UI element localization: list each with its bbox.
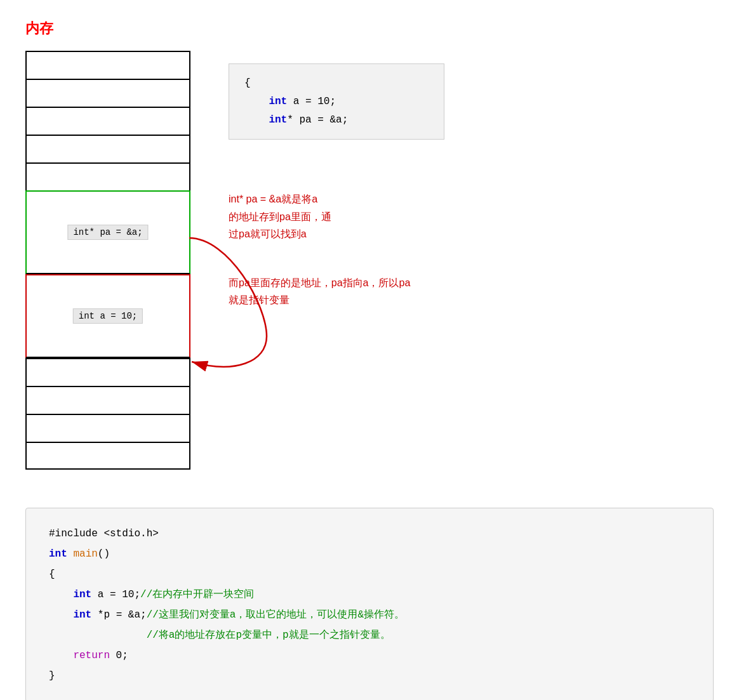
pa-label: int* pa = &a; (67, 225, 148, 240)
memory-row-red-bot (25, 330, 190, 358)
annotation-text-2: 而pa里面存的是地址，pa指向a，所以pa就是指针变量 (229, 274, 444, 308)
memory-row-15 (25, 442, 190, 470)
memory-row-red-top (25, 274, 190, 302)
code-int-p: int *p = &a;//这里我们对变量a，取出它的地址，可以使用&操作符。 (49, 605, 690, 625)
code-return: return 0; (49, 645, 690, 666)
memory-row-5 (25, 162, 190, 190)
right-panel: { int a = 10; int* pa = &a; int* pa = &a… (229, 51, 444, 308)
memory-row-1 (25, 51, 190, 79)
a-label: int a = 10; (73, 308, 143, 324)
memory-row-13 (25, 386, 190, 414)
memory-row-a: int a = 10; (25, 302, 190, 330)
annotation-text-1: int* pa = &a就是将a的地址存到pa里面，通过pa就可以找到a (229, 190, 444, 242)
code-snippet: { int a = 10; int* pa = &a; (229, 63, 444, 140)
code-line-int-pa: int* pa = &a; (244, 111, 429, 129)
memory-row-3 (25, 107, 190, 135)
code-comment-2: //将a的地址存放在p变量中，p就是一个之指针变量。 (49, 625, 690, 645)
code-close-brace: } (49, 666, 690, 686)
memory-row-4 (25, 135, 190, 162)
memory-row-12 (25, 358, 190, 386)
page-title: 内存 (25, 19, 714, 38)
code-include: #include <stdio.h> (49, 524, 690, 544)
code-int-main: int main() (49, 544, 690, 564)
code-line-int-a: int a = 10; (244, 93, 429, 111)
memory-diagram: int* pa = &a; int a = 10; (25, 51, 190, 470)
code-int-a: int a = 10;//在内存中开辟一块空间 (49, 584, 690, 605)
memory-row-green-bot (25, 246, 190, 274)
memory-row-2 (25, 79, 190, 107)
code-line-brace: { (244, 74, 429, 93)
annotation-area: int* pa = &a就是将a的地址存到pa里面，通过pa就可以找到a 而pa… (229, 190, 444, 308)
code-open-brace: { (49, 564, 690, 584)
memory-row-green-top (25, 190, 190, 218)
memory-row-14 (25, 414, 190, 442)
bottom-code-block: #include <stdio.h> int main() { int a = … (25, 508, 714, 700)
memory-row-pa: int* pa = &a; (25, 218, 190, 246)
